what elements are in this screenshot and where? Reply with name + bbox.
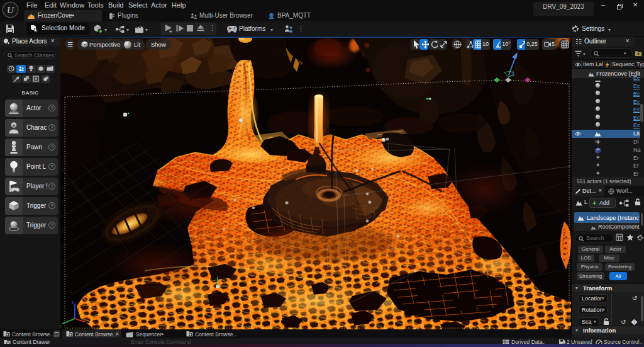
svg-text:U: U xyxy=(7,5,14,15)
svg-text:z: z xyxy=(72,300,74,304)
